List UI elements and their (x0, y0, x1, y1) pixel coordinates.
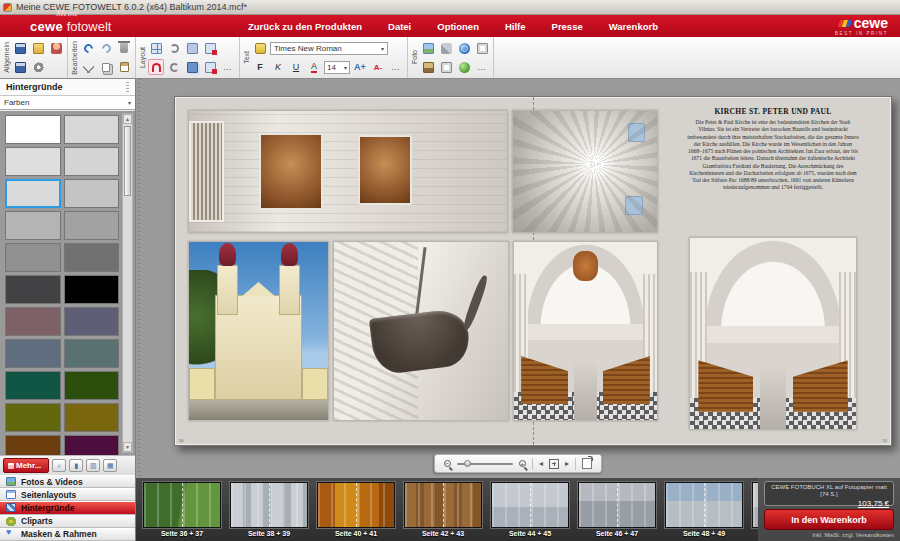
panel-grip-icon[interactable] (126, 82, 129, 92)
page-thumbnail[interactable]: Seite 48 + 49 (665, 482, 743, 541)
page-thumbnail[interactable]: Seite 44 + 45 (491, 482, 569, 541)
photobook-spread[interactable]: KIRCHE ST. PETER UND PAUL Die Peter & Pa… (174, 96, 892, 446)
text-more-button[interactable]: … (388, 59, 404, 75)
color-swatch[interactable] (64, 243, 120, 272)
zoom-out-icon[interactable]: − (444, 460, 451, 467)
cut-button[interactable] (80, 59, 96, 75)
color-swatch[interactable] (5, 147, 61, 176)
scrollbar-thumb[interactable] (124, 126, 131, 196)
send-backward-button[interactable] (184, 40, 200, 56)
font-size-select[interactable]: 14 ▾ (324, 61, 350, 74)
font-family-select[interactable]: Times New Roman ▾ (270, 42, 388, 55)
previous-page-icon[interactable]: ◂ (539, 460, 543, 468)
font-color-button[interactable]: A (306, 59, 322, 75)
thumbnail-image[interactable] (491, 482, 569, 528)
save-button[interactable] (12, 40, 28, 56)
color-swatch[interactable] (64, 307, 120, 336)
thumbnail-image[interactable] (317, 482, 395, 528)
editor-canvas[interactable]: KIRCHE ST. PETER UND PAUL Die Peter & Pa… (136, 79, 900, 478)
thumbnail-image[interactable] (230, 482, 308, 528)
menu-item[interactable]: Zurück zu den Produkten (248, 21, 362, 32)
window-titlebar[interactable]: Meine CEWE FOTOWELT 6.0.2 (x64) Baltikum… (0, 0, 900, 15)
photo-boat-chandelier[interactable] (333, 241, 509, 421)
color-swatch[interactable] (5, 371, 61, 400)
photo-ceiling-fresco-panorama[interactable] (188, 110, 508, 233)
product-price[interactable]: 103,75 € (769, 499, 889, 508)
menu-item[interactable]: Presse (552, 21, 583, 32)
page-thumbnail[interactable]: Seite 36 + 37 (143, 482, 221, 541)
color-swatch[interactable] (5, 275, 61, 304)
color-swatch[interactable] (64, 403, 120, 432)
swatch-scrollbar[interactable]: ▲ ▼ (122, 113, 133, 453)
color-swatch[interactable] (5, 403, 61, 432)
color-swatch[interactable] (5, 211, 61, 240)
bring-forward-button[interactable] (184, 59, 200, 75)
thumbnail-image[interactable] (404, 482, 482, 528)
photo-dome-interior[interactable] (512, 110, 658, 233)
replace-layer-button[interactable] (202, 59, 218, 75)
sidebar-nav-item[interactable]: Fotos & Videos (0, 475, 135, 488)
delete-button[interactable] (116, 40, 132, 56)
paste-button[interactable] (116, 59, 132, 75)
font-bigger-button[interactable]: A+ (352, 59, 368, 75)
photo-frame2-button[interactable] (474, 40, 490, 56)
photo-adjust-button[interactable] (438, 40, 454, 56)
product-info-box[interactable]: CEWE FOTOBUCH XL auf Fotopapier matt [74… (764, 481, 894, 506)
page-thumbnail[interactable]: Seite 42 + 43 (404, 482, 482, 541)
menu-item[interactable]: Datei (388, 21, 411, 32)
color-swatch[interactable] (64, 211, 120, 240)
rotate-left-button[interactable] (166, 40, 182, 56)
color-swatch[interactable] (64, 147, 120, 176)
color-swatch[interactable] (64, 371, 120, 400)
article-text-block[interactable]: KIRCHE ST. PETER UND PAUL Die Peter & Pa… (681, 103, 865, 233)
thumbnail-image[interactable] (578, 482, 656, 528)
color-swatch[interactable] (5, 243, 61, 272)
bold-button[interactable]: F (252, 59, 268, 75)
add-to-cart-button[interactable]: In den Warenkorb (764, 509, 894, 530)
page-view-icon[interactable] (582, 458, 592, 469)
menu-item[interactable]: Hilfe (505, 21, 526, 32)
save-as-button[interactable] (12, 59, 28, 75)
photo-nave-interior-right[interactable] (689, 237, 857, 430)
photo-nave-interior-left[interactable] (513, 241, 658, 421)
text-tool-button[interactable] (252, 40, 268, 56)
color-swatch[interactable] (64, 275, 120, 304)
background-category-select[interactable]: Farben ▾ (0, 96, 135, 110)
open-button[interactable] (30, 40, 46, 56)
foto-more-button[interactable]: … (474, 59, 490, 75)
grid-button[interactable] (148, 40, 164, 56)
rotate-right-button[interactable] (166, 59, 182, 75)
color-swatch[interactable] (5, 435, 61, 455)
photo-add-button[interactable] (420, 40, 436, 56)
photo-church-facade[interactable] (188, 241, 329, 421)
more-backgrounds-button[interactable]: Mehr... (3, 458, 49, 473)
view-double-icon[interactable]: ▥ (86, 459, 100, 472)
layout-more-button[interactable]: … (220, 59, 236, 75)
redo-button[interactable] (98, 40, 114, 56)
menu-item[interactable]: Optionen (437, 21, 479, 32)
color-swatch[interactable] (5, 307, 61, 336)
snap-magnet-button[interactable] (148, 59, 164, 75)
color-swatch[interactable] (64, 435, 120, 455)
sidebar-nav-item[interactable]: Hintergründe (0, 501, 135, 514)
settings-button[interactable] (30, 59, 46, 75)
photo-globe-button[interactable] (456, 40, 472, 56)
map-insert-button[interactable] (456, 59, 472, 75)
font-smaller-button[interactable]: A- (370, 59, 386, 75)
thumbnail-image[interactable] (143, 482, 221, 528)
italic-button[interactable]: K (270, 59, 286, 75)
sidebar-nav-item[interactable]: Cliparts (0, 515, 135, 528)
thumbnail-image[interactable] (665, 482, 743, 528)
zoom-slider[interactable] (457, 463, 513, 465)
page-thumbnail[interactable]: Seite 38 + 39 (230, 482, 308, 541)
view-single-icon[interactable]: ▮ (69, 459, 83, 472)
page-thumbnail[interactable]: Seite 40 + 41 (317, 482, 395, 541)
sidebar-nav-item[interactable]: Masken & Rahmen (0, 528, 135, 541)
photo-frame-button[interactable] (438, 59, 454, 75)
view-grid-icon[interactable]: ▦ (103, 459, 117, 472)
undo-button[interactable] (80, 40, 96, 56)
color-swatch[interactable] (5, 339, 61, 368)
zoom-slider-knob[interactable] (464, 460, 471, 467)
photo-edit-button[interactable] (420, 59, 436, 75)
sidebar-nav-item[interactable]: Seitenlayouts (0, 488, 135, 501)
